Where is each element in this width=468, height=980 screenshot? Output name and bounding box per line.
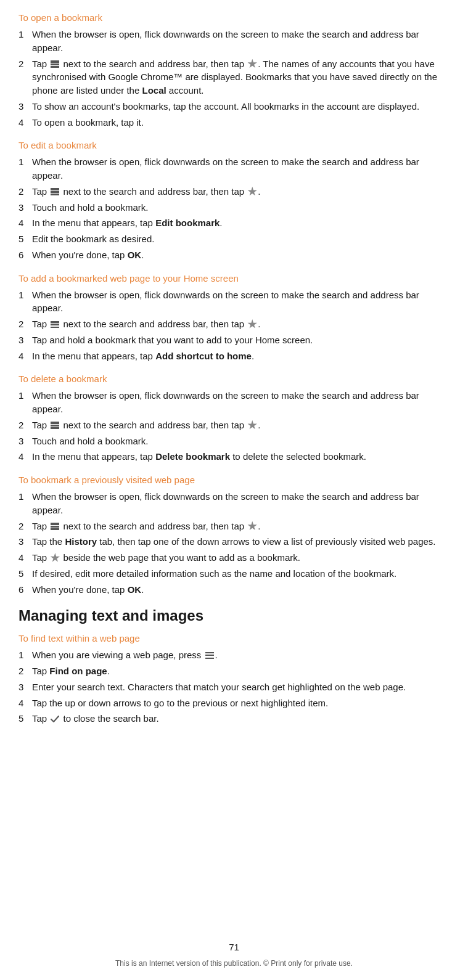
step-number: 6 — [18, 583, 32, 597]
step-text: When the browser is open, flick downward… — [32, 288, 450, 316]
page-number: 71 — [0, 942, 468, 952]
step-number: 2 — [18, 419, 32, 432]
list-item: 4 In the menu that appears, tap Delete b… — [18, 450, 450, 463]
step-number: 3 — [18, 435, 32, 448]
list-item: 1 When the browser is open, flick downwa… — [18, 28, 450, 55]
section-bookmark-previous: To bookmark a previously visited web pag… — [18, 475, 450, 596]
step-number: 3 — [18, 535, 32, 549]
step-text: Tap to close the search bar. — [32, 712, 450, 725]
step-text: Tap Find on page. — [32, 664, 450, 678]
step-number: 2 — [18, 185, 32, 198]
managing-heading: Managing text and images — [18, 607, 450, 624]
step-text: To show an account's bookmarks, tap the … — [32, 100, 450, 113]
list-item: 2 Tap next to the search and address bar… — [18, 57, 450, 97]
step-text: Tap and hold a bookmark that you want to… — [32, 333, 450, 347]
step-text: Tap next to the search and address bar, … — [32, 185, 450, 198]
list-item: 1 When the browser is open, flick downwa… — [18, 490, 450, 517]
list-item: 3 Touch and hold a bookmark. — [18, 201, 450, 214]
step-number: 4 — [18, 450, 32, 463]
step-text: When the browser is open, flick downward… — [32, 155, 450, 182]
section-open-bookmark: To open a bookmark 1 When the browser is… — [18, 12, 450, 129]
step-number: 5 — [18, 567, 32, 581]
menu-lines-icon — [51, 422, 59, 429]
step-number: 5 — [18, 712, 32, 725]
step-number: 2 — [18, 57, 32, 97]
section-edit-bookmark: To edit a bookmark 1 When the browser is… — [18, 140, 450, 261]
step-text: When the browser is open, flick downward… — [32, 28, 450, 55]
step-number: 3 — [18, 100, 32, 113]
step-text: Edit the bookmark as desired. — [32, 232, 450, 246]
step-number: 3 — [18, 333, 32, 347]
step-text: When you're done, tap OK. — [32, 248, 450, 262]
step-text: Touch and hold a bookmark. — [32, 435, 450, 448]
step-number: 2 — [18, 520, 32, 533]
list-item: 2 Tap next to the search and address bar… — [18, 317, 450, 331]
step-list-edit-bookmark: 1 When the browser is open, flick downwa… — [18, 155, 450, 261]
step-text: Tap next to the search and address bar, … — [32, 419, 450, 432]
step-text: Touch and hold a bookmark. — [32, 201, 450, 214]
step-text: Tap the History tab, then tap one of the… — [32, 535, 450, 549]
bold-text: OK — [128, 250, 142, 260]
subsection-find-text: To find text within a web page 1 When yo… — [18, 633, 450, 725]
step-number: 3 — [18, 201, 32, 214]
step-text: To open a bookmark, tap it. — [32, 116, 450, 129]
list-item: 3 To show an account's bookmarks, tap th… — [18, 100, 450, 113]
bold-text: Find on page — [49, 666, 107, 676]
step-text: Enter your search text. Characters that … — [32, 680, 450, 694]
section-add-bookmarked: To add a bookmarked web page to your Hom… — [18, 273, 450, 363]
step-number: 4 — [18, 349, 32, 363]
menu-lines-icon — [51, 523, 59, 530]
step-text: Tap the up or down arrows to go to the p… — [32, 696, 450, 710]
section-heading-edit-bookmark: To edit a bookmark — [18, 140, 450, 150]
star-icon — [50, 553, 60, 563]
list-item: 3 Touch and hold a bookmark. — [18, 435, 450, 448]
list-item: 1 When the browser is open, flick downwa… — [18, 155, 450, 182]
step-number: 1 — [18, 155, 32, 182]
checkmark-icon — [51, 716, 59, 723]
list-item: 4 In the menu that appears, tap Edit boo… — [18, 216, 450, 230]
step-list-find-text: 1 When you are viewing a web page, press… — [18, 648, 450, 725]
step-number: 3 — [18, 680, 32, 694]
section-heading-bookmark-previous: To bookmark a previously visited web pag… — [18, 475, 450, 485]
list-item: 2 Tap next to the search and address bar… — [18, 520, 450, 533]
step-list-bookmark-previous: 1 When the browser is open, flick downwa… — [18, 490, 450, 596]
step-number: 6 — [18, 248, 32, 262]
star-icon — [247, 59, 257, 69]
star-icon — [247, 420, 257, 430]
footer-note: This is an Internet version of this publ… — [115, 959, 353, 968]
step-number: 5 — [18, 232, 32, 246]
star-icon — [247, 187, 257, 197]
list-item: 4 To open a bookmark, tap it. — [18, 116, 450, 129]
list-item: 6 When you're done, tap OK. — [18, 583, 450, 597]
bold-text: Edit bookmark — [155, 218, 220, 228]
list-item: 2 Tap next to the search and address bar… — [18, 185, 450, 198]
list-item: 5 If desired, edit more detailed informa… — [18, 567, 450, 581]
step-number: 1 — [18, 490, 32, 517]
list-item: 6 When you're done, tap OK. — [18, 248, 450, 262]
list-item: 5 Edit the bookmark as desired. — [18, 232, 450, 246]
step-text: Tap next to the search and address bar, … — [32, 57, 450, 97]
star-icon — [247, 319, 257, 329]
bold-text: Local — [142, 85, 166, 96]
step-text: When you are viewing a web page, press . — [32, 648, 450, 662]
page-content: To open a bookmark 1 When the browser is… — [0, 0, 468, 774]
list-item: 2 Tap next to the search and address bar… — [18, 419, 450, 432]
bold-text: OK — [128, 584, 142, 595]
section-heading-add-bookmarked: To add a bookmarked web page to your Hom… — [18, 273, 450, 284]
step-number: 1 — [18, 389, 32, 416]
step-list-add-bookmarked: 1 When the browser is open, flick downwa… — [18, 288, 450, 363]
list-item: 1 When the browser is open, flick downwa… — [18, 288, 450, 316]
list-item: 5 Tap to close the search bar. — [18, 712, 450, 725]
list-item: 3 Tap and hold a bookmark that you want … — [18, 333, 450, 347]
step-list-open-bookmark: 1 When the browser is open, flick downwa… — [18, 28, 450, 129]
bold-text: Add shortcut to home — [155, 351, 252, 361]
step-text: When the browser is open, flick downward… — [32, 490, 450, 517]
step-text: In the menu that appears, tap Add shortc… — [32, 349, 450, 363]
section-heading-open-bookmark: To open a bookmark — [18, 12, 450, 23]
list-item: 1 When the browser is open, flick downwa… — [18, 389, 450, 416]
list-item: 3 Enter your search text. Characters tha… — [18, 680, 450, 694]
star-icon — [247, 521, 257, 531]
step-text: Tap next to the search and address bar, … — [32, 317, 450, 331]
list-item: 4 In the menu that appears, tap Add shor… — [18, 349, 450, 363]
section-heading-delete-bookmark: To delete a bookmark — [18, 374, 450, 384]
